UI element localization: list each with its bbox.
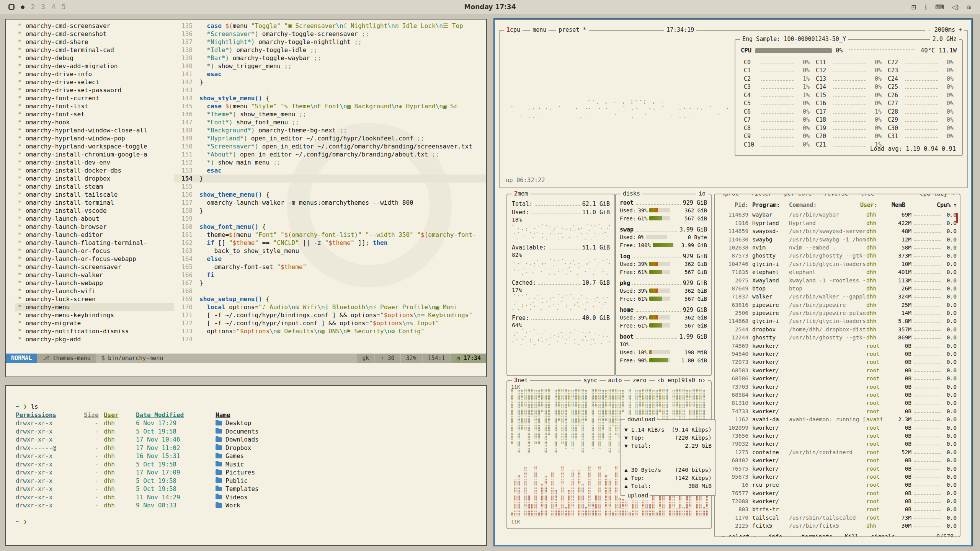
process-row[interactable]: 79032 kworker/ root 0B 0.0 (719, 439, 957, 447)
net-zero-button[interactable]: zero (630, 377, 648, 385)
file-item[interactable]: * omarchy-cmd-screenshot (15, 30, 174, 38)
keyboard-icon[interactable]: ⌨ (935, 3, 944, 11)
file-item[interactable]: * omarchy-launch-screensaver (15, 263, 174, 271)
launcher-icon[interactable] (8, 4, 15, 10)
file-item[interactable]: * omarchy-hook (15, 118, 174, 126)
screencast-icon[interactable]: ⊡ (911, 3, 916, 11)
process-row[interactable]: 72088 kworker/ root 0B 0.0 (719, 496, 957, 504)
file-item[interactable]: * omarchy-install-tailscale (15, 191, 174, 199)
file-item[interactable]: * omarchy-lock-screen (15, 295, 174, 303)
file-item[interactable]: * omarchy-migrate (15, 319, 174, 327)
proc-box-tab[interactable]: 4proc (719, 194, 741, 198)
file-item[interactable]: * omarchy-menu (15, 303, 174, 311)
process-row[interactable]: 74869 kworker/ root 0B 0.0 (719, 341, 957, 349)
process-row[interactable]: 87573 ghostty /usr/bin/ghostty --gtk- dh… (719, 251, 957, 259)
volume-icon[interactable]: ◁) (952, 3, 959, 11)
file-item[interactable]: * omarchy-install-dev-env (15, 158, 174, 166)
file-item[interactable]: * omarchy-menu-keybindings (15, 311, 174, 319)
process-row[interactable]: 2125 fcitx5 /usr/bin/fcitx5 dhh 30M 0.0 (719, 521, 957, 529)
file-item[interactable]: * omarchy-font-list (15, 102, 174, 110)
process-row[interactable]: 68584 kworker/ root 0B 0.0 (719, 390, 957, 398)
process-row[interactable]: 16 rcu_pree root 0B 0.0 (719, 480, 957, 488)
process-row[interactable]: 2075 Xwayland Xwayland :1 -rootless - dh… (719, 275, 957, 283)
wifi-icon[interactable]: ≋ (967, 3, 972, 11)
file-item[interactable]: * omarchy-pkg-add (15, 335, 174, 343)
file-item[interactable]: * omarchy-drive-set-password (15, 86, 174, 94)
file-item[interactable]: * omarchy-install-chromium-google-a (15, 150, 174, 158)
tree-toggle[interactable]: tree (858, 194, 877, 198)
file-item[interactable]: * omarchy-hyprland-window-pop (15, 134, 174, 142)
process-row[interactable]: 1170 tailscal /usr/sbin/tailscaled -- ro… (719, 512, 957, 520)
process-row[interactable]: 102099 kworker/ root 0B 0.0 (719, 422, 957, 430)
workspace-active-indicator[interactable]: ● (21, 4, 24, 10)
net-sync-button[interactable]: sync (581, 377, 599, 385)
process-row[interactable]: 72073 kworker/ root 0B 0.0 (719, 357, 957, 365)
update-interval-control[interactable]: - 2000ms + (925, 26, 964, 34)
process-row[interactable]: 104746 glycin-i /usr/lib/glycin-loaders … (719, 259, 957, 267)
process-row[interactable]: 2506 pipewire /usr/bin/pipewire-pulse dh… (719, 308, 957, 316)
file-item[interactable]: * omarchy-hyprland-workspace-toggle (15, 142, 174, 150)
io-toggle[interactable]: io (696, 190, 708, 198)
process-row[interactable]: 114668 glycin-i /usr/lib/glycin-loaders … (719, 316, 957, 324)
process-row[interactable]: 68402 kworker/ root 0B 0.0 (719, 455, 957, 463)
file-item[interactable]: * omarchy-dev-add-migration (15, 62, 174, 70)
process-row[interactable]: 803 btrfs-tr root 0B 0.0 (719, 504, 957, 512)
file-item[interactable]: * omarchy-install-terminal (15, 199, 174, 207)
reverse-toggle[interactable]: reverse (822, 194, 851, 198)
file-item[interactable]: * omarchy-launch-editor (15, 231, 174, 239)
process-row[interactable]: 114659 swayosd- /usr/bin/swayosd-server … (719, 226, 957, 234)
file-item[interactable]: * omarchy-launch-or-focus-webapp (15, 255, 174, 263)
process-row[interactable]: 102638 nvim nvim --embed . dhh 58M 0.0 (719, 243, 957, 251)
bluetooth-icon[interactable]: ᛒ (924, 3, 928, 11)
file-item[interactable]: * omarchy-launch-wifi (15, 287, 174, 295)
file-item[interactable]: * omarchy-install-dropbox (15, 174, 174, 183)
process-row[interactable]: 87649 btop btop dhh 26M 0.0 (719, 284, 957, 292)
signals-control[interactable]: signals (869, 533, 897, 537)
per-core-toggle[interactable]: per-core (782, 194, 814, 198)
file-item[interactable]: * omarchy-font-set (15, 110, 174, 118)
process-row[interactable]: 71835 elephant elephant dhh 401M 0.0 (719, 267, 957, 275)
file-item[interactable]: * omarchy-cmd-screensaver (15, 22, 174, 30)
file-item[interactable]: * omarchy-install-vscode (15, 207, 174, 215)
process-row[interactable]: 114639 waybar /usr/bin/waybar dhh 69M 0.… (719, 210, 957, 218)
process-row[interactable]: 1162 avahi-da avahi-daemon: running [ av… (719, 414, 957, 422)
process-row[interactable]: 74733 kworker/ root 0B 0.0 (719, 406, 957, 414)
process-row[interactable]: 114630 swaybg /usr/bin/swaybg -i /hom dh… (719, 234, 957, 242)
process-row[interactable]: 68583 kworker/ root 0B 0.0 (719, 365, 957, 373)
workspace-number[interactable]: 3 (41, 3, 45, 11)
filter-button[interactable]: filter (749, 194, 774, 198)
file-item[interactable]: * omarchy-install-steam (15, 183, 174, 191)
net-auto-button[interactable]: auto (606, 377, 624, 385)
process-row[interactable]: 81310 kworker/ root 0B 0.0 (719, 398, 957, 406)
file-item[interactable]: * omarchy-install-docker-dbs (15, 166, 174, 174)
process-row[interactable]: 71837 walker /usr/bin/walker --gappl dhh… (719, 292, 957, 300)
proc-scrollbar-thumb[interactable] (956, 213, 958, 223)
process-row[interactable]: 2544 dropbox /home/dhh/.dropbox-dist dhh… (719, 324, 957, 332)
workspace-number[interactable]: 5 (62, 3, 66, 11)
workspace-number[interactable]: 4 (51, 3, 56, 11)
net-box-tab[interactable]: 3net (512, 377, 530, 385)
file-item[interactable]: * omarchy-drive-select (15, 78, 174, 86)
file-item[interactable]: * omarchy-font-current (15, 94, 174, 102)
menu-button[interactable]: menu (530, 26, 549, 34)
file-item[interactable]: * omarchy-cmd-share (15, 38, 174, 46)
kill-control[interactable]: Kill (843, 533, 861, 537)
file-item[interactable]: * omarchy-debug (15, 54, 174, 62)
process-row[interactable]: 73656 kworker/ root 0B 0.0 (719, 431, 957, 439)
file-item[interactable]: * omarchy-launch-webapp (15, 279, 174, 287)
process-row[interactable]: 1916 Hyprland Hyprland dhh 422M 0.0 (719, 218, 957, 226)
file-item[interactable]: * omarchy-launch-walker (15, 271, 174, 279)
process-row[interactable]: 95673 kworker/ root 0B 0.0 (719, 472, 957, 480)
cpu-box-tab[interactable]: 1cpu (504, 26, 523, 34)
net-interface-switcher[interactable]: ‹b enp191s0 n› (655, 377, 708, 385)
file-item[interactable]: * omarchy-notification-dismiss (15, 327, 174, 335)
file-item[interactable]: * omarchy-launch-about (15, 215, 174, 223)
select-control[interactable]: ↑ select ↓ (719, 533, 758, 537)
sort-selector[interactable]: cpu lazy → (918, 194, 957, 198)
file-item[interactable]: * omarchy-hyprland-window-close-all (15, 126, 174, 134)
file-item[interactable]: * omarchy-launch-or-focus (15, 247, 174, 255)
process-row[interactable]: 76577 kworker/ root 0B 0.0 (719, 488, 957, 496)
workspace-number[interactable]: 2 (31, 3, 35, 11)
disks-box-tab[interactable]: disks (621, 190, 642, 198)
file-item[interactable]: * omarchy-drive-info (15, 70, 174, 78)
